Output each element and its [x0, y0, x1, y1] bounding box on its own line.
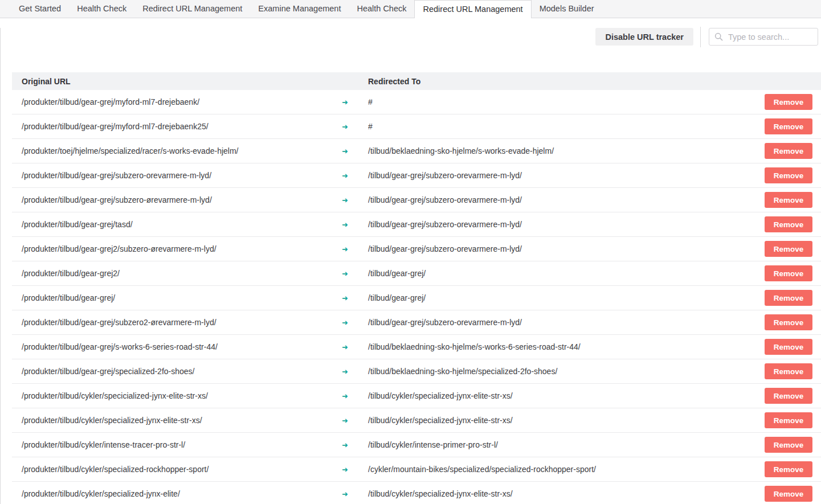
- redirected-to-cell: /tilbud/cykler/specialized-jynx-elite-st…: [368, 416, 760, 425]
- table-row: /produkter/tilbud/gear-grej/subzero2-øre…: [12, 310, 821, 335]
- redirected-to-cell: /tilbud/gear-grej/subzero-orevarmere-m-l…: [368, 171, 760, 180]
- remove-button[interactable]: Remove: [765, 216, 812, 232]
- row-actions: Remove: [760, 118, 821, 134]
- remove-button[interactable]: Remove: [765, 290, 812, 306]
- disable-url-tracker-button[interactable]: Disable URL tracker: [595, 28, 693, 46]
- arrow-right-icon: ➜: [341, 245, 368, 253]
- original-url-cell: /produkter/tilbud/cykler/specicialized-j…: [12, 391, 341, 400]
- tab-redirect-url-management[interactable]: Redirect URL Management: [134, 0, 250, 18]
- row-actions: Remove: [760, 314, 821, 330]
- redirected-to-cell: #: [368, 97, 760, 106]
- tab-models-builder[interactable]: Models Builder: [532, 0, 602, 18]
- redirected-to-cell: /tilbud/gear-grej/: [368, 269, 760, 278]
- search-input[interactable]: [727, 32, 812, 42]
- remove-button[interactable]: Remove: [765, 388, 812, 404]
- row-actions: Remove: [760, 461, 821, 477]
- table-row: /produkter/tilbud/gear-grej2/subzero-øre…: [12, 237, 821, 261]
- tab-bar: Get StartedHealth CheckRedirect URL Mana…: [0, 0, 821, 18]
- arrow-right-icon: ➜: [341, 465, 368, 474]
- original-url-cell: /produkter/tilbud/gear-grej/subzero-orev…: [12, 171, 341, 180]
- remove-button[interactable]: Remove: [765, 94, 812, 110]
- remove-button[interactable]: Remove: [765, 167, 812, 183]
- remove-button[interactable]: Remove: [765, 412, 812, 428]
- remove-button[interactable]: Remove: [765, 118, 812, 134]
- arrow-right-icon: ➜: [341, 269, 368, 278]
- remove-button[interactable]: Remove: [765, 265, 812, 281]
- original-url-cell: /produkter/tilbud/gear-grej/specialized-…: [12, 367, 341, 376]
- row-actions: Remove: [760, 192, 821, 208]
- original-url-cell: /produkter/tilbud/cykler/specialized-roc…: [12, 465, 341, 474]
- redirected-to-cell: #: [368, 122, 760, 131]
- arrow-right-icon: ➜: [341, 98, 368, 106]
- remove-button[interactable]: Remove: [765, 192, 812, 208]
- table-row: /produkter/tilbud/gear-grej2/ ➜ /tilbud/…: [12, 261, 821, 286]
- original-url-cell: /produkter/tilbud/gear-grej/tasd/: [12, 220, 341, 229]
- table-row: /produkter/tilbud/cykler/specialized-roc…: [12, 457, 821, 482]
- remove-button[interactable]: Remove: [765, 486, 812, 502]
- remove-button[interactable]: Remove: [765, 339, 812, 355]
- table-row: /produkter/tilbud/gear-grej/tasd/ ➜ /til…: [12, 212, 821, 237]
- table-row: /produkter/tilbud/cykler/specialized-jyn…: [12, 408, 821, 433]
- table-row: /produkter/tilbud/gear-grej/subzero-orev…: [12, 163, 821, 188]
- redirected-to-cell: /tilbud/beklaedning-sko-hjelme/specializ…: [368, 367, 760, 376]
- content-area: Disable URL tracker Original URL Redirec…: [0, 28, 821, 504]
- remove-button[interactable]: Remove: [765, 437, 812, 453]
- arrow-right-icon: ➜: [341, 490, 368, 498]
- row-actions: Remove: [760, 339, 821, 355]
- redirected-to-cell: /tilbud/gear-grej/subzero-orevarmere-m-l…: [368, 318, 760, 327]
- redirect-table: Original URL Redirected To /produkter/ti…: [12, 72, 821, 504]
- arrow-right-icon: ➜: [341, 343, 368, 351]
- redirected-to-cell: /tilbud/gear-grej/subzero-orevarmere-m-l…: [368, 195, 760, 204]
- arrow-right-icon: ➜: [341, 171, 368, 180]
- remove-button[interactable]: Remove: [765, 241, 812, 257]
- original-url-cell: /produkter/tilbud/gear-grej/: [12, 293, 341, 302]
- tab-health-check[interactable]: Health Check: [69, 0, 134, 18]
- row-actions: Remove: [760, 437, 821, 453]
- table-row: /produkter/toej/hjelme/specialized/racer…: [12, 139, 821, 163]
- table-row: /produkter/tilbud/gear-grej/s-works-6-se…: [12, 335, 821, 359]
- row-actions: Remove: [760, 167, 821, 183]
- redirected-to-cell: /cykler/mountain-bikes/specialized/speci…: [368, 465, 760, 474]
- original-url-cell: /produkter/toej/hjelme/specialized/racer…: [12, 146, 341, 155]
- original-url-cell: /produkter/tilbud/gear-grej/myford-ml7-d…: [12, 122, 341, 131]
- tab-health-check[interactable]: Health Check: [349, 0, 414, 18]
- redirected-to-cell: /tilbud/cykler/intense-primer-pro-str-l/: [368, 440, 760, 449]
- arrow-right-icon: ➜: [341, 392, 368, 400]
- redirected-to-cell: /tilbud/gear-grej/subzero-orevarmere-m-l…: [368, 244, 760, 253]
- tab-examine-management[interactable]: Examine Management: [250, 0, 349, 18]
- row-actions: Remove: [760, 388, 821, 404]
- arrow-right-icon: ➜: [341, 294, 368, 302]
- column-header-original-url: Original URL: [12, 77, 341, 86]
- original-url-cell: /produkter/tilbud/gear-grej/s-works-6-se…: [12, 342, 341, 351]
- redirected-to-cell: /tilbud/beklaedning-sko-hjelme/s-works-e…: [368, 146, 760, 155]
- toolbar: Disable URL tracker: [1, 28, 821, 46]
- arrow-right-icon: ➜: [341, 441, 368, 449]
- search-box[interactable]: [709, 28, 818, 46]
- row-actions: Remove: [760, 290, 821, 306]
- original-url-cell: /produkter/tilbud/gear-grej/subzero-ørev…: [12, 195, 341, 204]
- row-actions: Remove: [760, 94, 821, 110]
- row-actions: Remove: [760, 363, 821, 379]
- table-row: /produkter/tilbud/cykler/specicialized-j…: [12, 384, 821, 408]
- arrow-right-icon: ➜: [341, 318, 368, 327]
- table-row: /produkter/tilbud/gear-grej/specialized-…: [12, 359, 821, 384]
- redirected-to-cell: /tilbud/cykler/specialized-jynx-elite-st…: [368, 391, 760, 400]
- original-url-cell: /produkter/tilbud/gear-grej/subzero2-øre…: [12, 318, 341, 327]
- remove-button[interactable]: Remove: [765, 461, 812, 477]
- tab-get-started[interactable]: Get Started: [11, 0, 69, 18]
- table-row: /produkter/tilbud/gear-grej/myford-ml7-d…: [12, 90, 821, 114]
- remove-button[interactable]: Remove: [765, 314, 812, 330]
- table-row: /produkter/tilbud/gear-grej/subzero-ørev…: [12, 188, 821, 212]
- arrow-right-icon: ➜: [341, 122, 368, 131]
- remove-button[interactable]: Remove: [765, 143, 812, 159]
- redirected-to-cell: /tilbud/gear-grej/subzero-orevarmere-m-l…: [368, 220, 760, 229]
- arrow-right-icon: ➜: [341, 147, 368, 155]
- remove-button[interactable]: Remove: [765, 363, 812, 379]
- redirected-to-cell: /tilbud/cykler/specialized-jynx-elite-st…: [368, 489, 760, 498]
- original-url-cell: /produkter/tilbud/cykler/specialized-jyn…: [12, 489, 341, 498]
- row-actions: Remove: [760, 241, 821, 257]
- original-url-cell: /produkter/tilbud/gear-grej2/subzero-øre…: [12, 244, 341, 253]
- tab-redirect-url-management[interactable]: Redirect URL Management: [414, 0, 531, 18]
- arrow-right-icon: ➜: [341, 367, 368, 376]
- table-row: /produkter/tilbud/gear-grej/myford-ml7-d…: [12, 114, 821, 139]
